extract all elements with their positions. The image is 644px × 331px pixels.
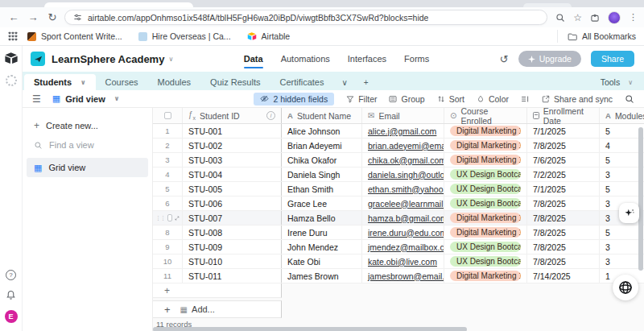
cell-enrollment-date[interactable]: 7/8/2025: [527, 197, 600, 210]
cell-email[interactable]: jmendez@mailbox.com: [362, 240, 444, 254]
create-new-button[interactable]: + Create new...: [23, 116, 152, 135]
hidden-fields-button[interactable]: 2 hidden fields: [254, 93, 334, 106]
cell-enrollment-date[interactable]: 7/8/2025: [527, 225, 600, 239]
cell-email[interactable]: brian.adeyemi@email.com: [362, 139, 444, 152]
table-row[interactable]: 8 ⋮⋮ STU-008 Irene Duru irene.duru@edu.c…: [153, 225, 644, 240]
cell-student-id[interactable]: STU-002: [183, 139, 282, 152]
cell-student-name[interactable]: James Brown: [282, 269, 362, 283]
site-info-icon[interactable]: [73, 13, 82, 22]
omni-assistant-button[interactable]: [613, 275, 638, 300]
browser-inactive-tab[interactable]: [523, 3, 572, 7]
select-all-checkbox[interactable]: [164, 112, 171, 119]
email-link[interactable]: chika.ok@gmail.com: [368, 155, 444, 165]
row-checkbox[interactable]: [167, 214, 172, 221]
row-number-cell[interactable]: 11 ⋮⋮: [153, 269, 183, 283]
tab-automations[interactable]: Automations: [281, 47, 330, 71]
drag-handle-icon[interactable]: ⋮⋮: [155, 215, 165, 221]
cell-modules[interactable]: 3: [600, 168, 644, 181]
cell-course-enrolled[interactable]: Digital Marketing 101: [444, 124, 527, 138]
cell-modules[interactable]: 3: [600, 254, 644, 268]
table-row[interactable]: 2 ⋮⋮ STU-002 Brian Adeyemi brian.adeyemi…: [153, 139, 644, 153]
share-sync-button[interactable]: Share and sync: [542, 94, 613, 104]
cell-student-id[interactable]: STU-009: [183, 240, 282, 254]
cell-student-id[interactable]: STU-001: [183, 124, 282, 138]
row-number-cell[interactable]: 6 ⋮⋮: [153, 197, 183, 210]
cell-student-name[interactable]: Daniela Singh: [282, 168, 362, 181]
cell-course-enrolled[interactable]: Digital Marketing 101: [444, 269, 527, 283]
column-header-email[interactable]: ✉ Email: [362, 108, 444, 123]
table-row[interactable]: 4 ⋮⋮ STU-004 Daniela Singh daniela.singh…: [153, 168, 644, 182]
cell-student-id[interactable]: STU-004: [183, 168, 282, 181]
vertical-scrollbar[interactable]: [638, 127, 643, 271]
cell-student-id[interactable]: STU-010: [183, 254, 282, 268]
all-bookmarks-button[interactable]: All Bookmarks: [557, 30, 636, 43]
cell-student-id[interactable]: STU-005: [183, 182, 282, 196]
cell-course-enrolled[interactable]: UX Design Bootcamp: [444, 197, 527, 210]
add-record-row[interactable]: +: [153, 283, 282, 298]
tab-data[interactable]: Data: [244, 47, 263, 71]
cell-course-enrolled[interactable]: Digital Marketing 101: [444, 139, 527, 152]
row-number-cell[interactable]: 9 ⋮⋮: [153, 240, 183, 254]
cell-student-name[interactable]: Ethan Smith: [282, 182, 362, 196]
table-row[interactable]: 7 ⋮⋮ STU-007 Hamza Bello hamza.b@gmail.c…: [153, 211, 644, 225]
email-link[interactable]: jmendez@mailbox.com: [368, 242, 444, 252]
row-number-cell[interactable]: 4 ⋮⋮: [153, 168, 183, 181]
reload-button[interactable]: ↻: [45, 11, 60, 23]
tab-interfaces[interactable]: Interfaces: [348, 47, 386, 71]
ai-sparkle-button[interactable]: [619, 203, 639, 223]
cell-email[interactable]: gracelee@learnmail.com: [362, 197, 444, 210]
find-view-input[interactable]: Find a view: [23, 135, 152, 155]
airtable-home-icon[interactable]: [4, 52, 19, 65]
cell-student-name[interactable]: Alice Johnson: [282, 124, 362, 138]
cell-modules[interactable]: 5: [600, 182, 644, 196]
cell-modules[interactable]: 5: [600, 124, 644, 138]
table-row[interactable]: 5 ⋮⋮ STU-005 Ethan Smith ethan.smith@yah…: [153, 182, 644, 197]
cell-student-name[interactable]: John Mendez: [282, 240, 362, 254]
email-link[interactable]: gracelee@learnmail.com: [368, 199, 444, 209]
cell-enrollment-date[interactable]: 7/8/2025: [527, 139, 600, 152]
color-button[interactable]: Color: [477, 94, 509, 104]
views-menu-icon[interactable]: ☰: [32, 93, 41, 105]
notifications-bell-icon[interactable]: [6, 290, 16, 300]
cell-email[interactable]: chika.ok@gmail.com: [362, 153, 444, 167]
table-tab-certificates[interactable]: Certificates: [270, 74, 333, 90]
bookmark-star-icon[interactable]: ☆: [573, 12, 582, 23]
cell-course-enrolled[interactable]: Digital Marketing 101: [444, 211, 527, 225]
row-number-cell[interactable]: 10 ⋮⋮: [153, 254, 183, 268]
tab-forms[interactable]: Forms: [404, 47, 429, 71]
sort-button[interactable]: Sort: [437, 94, 464, 104]
cell-enrollment-date[interactable]: 7/14/2025: [527, 269, 600, 283]
email-link[interactable]: jamesbrown@email.com: [368, 271, 444, 281]
cell-email[interactable]: daniela.singh@outlook.com: [362, 168, 444, 181]
cell-enrollment-date[interactable]: 7/8/2025: [527, 254, 600, 268]
email-link[interactable]: daniela.singh@outlook.com: [368, 170, 444, 180]
email-link[interactable]: alice.j@gmail.com: [368, 126, 436, 136]
email-link[interactable]: brian.adeyemi@email.com: [368, 141, 444, 151]
table-row[interactable]: 3 ⋮⋮ STU-003 Chika Okafor chika.ok@gmail…: [153, 153, 644, 168]
row-number-cell[interactable]: 1 ⋮⋮: [153, 124, 183, 138]
add-from-template-button[interactable]: ▦ Add...: [180, 304, 215, 314]
table-row[interactable]: 10 ⋮⋮ STU-010 Kate Obi kate.obi@live.com…: [153, 254, 644, 269]
cell-enrollment-date[interactable]: 7/8/2025: [527, 211, 600, 225]
horizontal-scrollbar[interactable]: [153, 327, 467, 331]
browser-menu-icon[interactable]: ⋮: [629, 12, 638, 23]
cell-course-enrolled[interactable]: UX Design Bootcamp: [444, 254, 527, 268]
cell-email[interactable]: hamza.b@gmail.com: [362, 211, 444, 225]
field-info-icon[interactable]: i: [266, 111, 275, 120]
table-row[interactable]: 6 ⋮⋮ STU-006 Grace Lee gracelee@learnmai…: [153, 197, 644, 211]
base-logo-icon[interactable]: [31, 52, 45, 66]
cell-student-name[interactable]: Kate Obi: [282, 254, 362, 268]
cell-email[interactable]: ethan.smith@yahoo.com: [362, 182, 444, 196]
add-table-icon[interactable]: +: [356, 75, 377, 90]
bookmark-item[interactable]: Airtable: [241, 30, 297, 43]
table-row[interactable]: 11 ⋮⋮ STU-011 James Brown jamesbrown@ema…: [153, 269, 644, 283]
email-link[interactable]: hamza.b@gmail.com: [368, 213, 444, 223]
search-icon[interactable]: [625, 94, 634, 104]
cell-modules[interactable]: 4: [600, 139, 644, 152]
cell-course-enrolled[interactable]: Digital Marketing 101: [444, 225, 527, 239]
cell-student-name[interactable]: Irene Duru: [282, 225, 362, 239]
cell-modules[interactable]: 5: [600, 225, 644, 239]
email-link[interactable]: kate.obi@live.com: [368, 257, 437, 267]
cell-enrollment-date[interactable]: 7/1/2025: [527, 182, 600, 196]
column-header-student-name[interactable]: A Student Name: [282, 108, 362, 123]
